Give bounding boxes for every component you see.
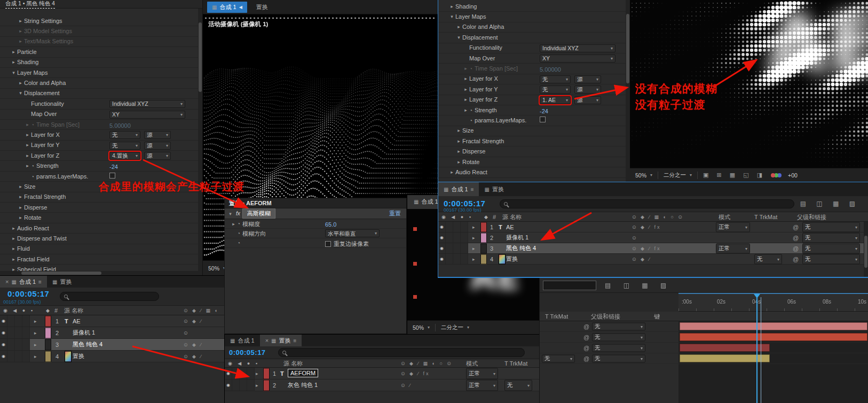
av-cell[interactable] <box>240 368 247 379</box>
parent-pickwhip-icon[interactable]: @ <box>793 232 799 243</box>
twirl-icon[interactable]: ▾ <box>17 88 24 98</box>
layer-duration-bar[interactable] <box>680 322 867 330</box>
layer-switches[interactable]: ⊙ ◆ ∕ <box>184 315 203 327</box>
av-cell[interactable] <box>22 327 30 338</box>
av-cell[interactable] <box>461 232 468 243</box>
tab-composition-1[interactable]: ▦ 合成 1 ≡ <box>438 182 479 196</box>
effect-property-row[interactable]: ▸String Settings <box>0 16 202 26</box>
parent-pickwhip-icon[interactable]: @ <box>793 222 799 232</box>
twirl-icon[interactable]: ▸ <box>17 203 24 213</box>
twirl-icon[interactable]: ▸ <box>472 254 475 264</box>
scrollbar-thumb[interactable] <box>21 272 101 275</box>
mode-column-header[interactable]: 模式 <box>466 359 478 368</box>
stopwatch-icon[interactable]: ◔ <box>469 115 472 126</box>
layer-switches[interactable]: ⊙ ◆ ∕ <box>184 351 203 362</box>
dropdown[interactable]: 无▾ <box>802 222 860 232</box>
effect-property-row[interactable]: ▸Fractal Field <box>0 254 202 265</box>
twirl-icon[interactable]: ▸ <box>455 146 462 157</box>
checkbox[interactable] <box>540 117 546 122</box>
twirl-icon[interactable]: ▸ <box>256 379 258 391</box>
av-cell[interactable] <box>461 243 468 253</box>
av-cell[interactable] <box>15 315 22 327</box>
av-cell[interactable] <box>461 222 468 232</box>
twirl-icon[interactable]: ▸ <box>462 74 469 84</box>
effect-property-row[interactable]: ▸Color and Alpha <box>0 78 202 88</box>
menu-icon[interactable]: ≡ <box>38 279 42 285</box>
timeline-toolbar-icons[interactable]: ▤ ◫ ▦ ▨ <box>800 200 859 207</box>
eye-icon[interactable]: ◉ <box>0 351 7 362</box>
tab-composition-1[interactable]: ▦ 合成 1 <box>225 335 260 346</box>
effect-controls-tab[interactable]: 合成 1 • 黑色 纯色 4 <box>0 0 202 9</box>
dropdown[interactable]: 源▾ <box>574 96 601 104</box>
vertical-scrollbar[interactable] <box>626 0 630 182</box>
stopwatch-icon[interactable]: ◔ <box>237 229 240 238</box>
twirl-icon[interactable]: ▸ <box>10 223 17 234</box>
dropdown[interactable]: 正常▾ <box>466 368 498 379</box>
layer-switches[interactable]: ⊙ ∕ <box>401 379 412 391</box>
effect-property-row[interactable]: ▸Rotate <box>438 157 630 167</box>
dropdown[interactable]: 无▾ <box>754 254 782 264</box>
twirl-icon[interactable]: ▸ <box>24 161 31 171</box>
repeat-edge-checkbox[interactable] <box>325 241 331 247</box>
effect-property-row[interactable]: ▸Layer for Y无▾源▾ <box>0 141 202 151</box>
twirl-icon[interactable]: ▸ <box>17 16 24 26</box>
twirl-icon[interactable]: ▸ <box>24 140 31 150</box>
close-icon[interactable]: × <box>265 337 269 344</box>
stopwatch-icon[interactable]: ◔ <box>469 105 472 115</box>
dropdown[interactable]: 源▾ <box>144 152 171 160</box>
parent-pickwhip-icon[interactable]: @ <box>793 243 799 253</box>
effect-property-row[interactable]: ▸◔Time Span [Sec]5.00000 <box>0 120 202 130</box>
twirl-icon[interactable]: ▸ <box>10 57 17 67</box>
dropdown[interactable]: 无▾ <box>540 86 571 94</box>
effect-property-row[interactable]: ▸◔Strength-24 <box>438 105 630 115</box>
property-value[interactable]: -24 <box>540 106 548 117</box>
twirl-icon[interactable]: ▸ <box>472 232 475 243</box>
av-cell[interactable] <box>15 351 22 362</box>
av-cell[interactable] <box>7 315 15 327</box>
twirl-icon[interactable]: ▸ <box>448 167 455 177</box>
av-cell[interactable] <box>7 327 15 338</box>
scrollbar-thumb[interactable] <box>199 22 202 92</box>
layer-row[interactable]: ◉▸3黑色 纯色 4⊙ ◆ ∕ <box>0 339 224 351</box>
dropdown[interactable]: 无▾ <box>592 344 645 352</box>
av-cell[interactable] <box>22 351 30 362</box>
av-cell[interactable] <box>453 254 461 264</box>
twirl-icon[interactable]: ▸ <box>455 22 462 32</box>
stopwatch-icon[interactable]: ◔ <box>31 120 34 130</box>
av-cell[interactable] <box>453 243 461 253</box>
source-name-column-header[interactable]: 源 名称 <box>283 359 303 368</box>
current-time-display[interactable]: 0:00:05:17 <box>229 348 266 356</box>
dropdown[interactable]: 4.置换▾ <box>109 152 140 160</box>
av-cell[interactable] <box>15 327 22 338</box>
stopwatch-icon[interactable]: ◔ <box>237 219 240 229</box>
dropdown[interactable]: 无▾ <box>109 142 140 150</box>
twirl-icon[interactable]: ▸ <box>34 351 37 362</box>
effect-property-row[interactable]: Map OverXY▾ <box>438 53 630 64</box>
layer-name[interactable]: 摄像机 1 <box>73 327 95 338</box>
layer-name[interactable]: 摄像机 1 <box>506 232 528 243</box>
effect-property-row[interactable]: ▸3D Model Settings <box>0 26 202 36</box>
effect-property-row[interactable]: ▸Layer for Z4.置换▾源▾ <box>0 151 202 161</box>
twirl-icon[interactable]: ▸ <box>34 339 37 350</box>
twirl-icon[interactable]: ▸ <box>462 105 469 115</box>
effect-property-row[interactable]: ▸Layer for Z1. AE▾源▾ <box>438 95 630 105</box>
twirl-icon[interactable]: ▸ <box>472 222 475 232</box>
layer-color-swatch[interactable] <box>480 254 487 264</box>
close-icon[interactable]: × <box>5 278 9 285</box>
effect-property-row[interactable]: ▸Disperse <box>438 146 630 157</box>
twirl-icon[interactable]: ▸ <box>462 64 469 74</box>
dropdown[interactable]: 无▾ <box>592 354 645 362</box>
menu-icon[interactable]: ≡ <box>294 338 297 344</box>
trkmat-column-header[interactable]: T TrkMat <box>545 312 568 321</box>
layer-row[interactable]: ◉▸2摄像机 1⊙ <box>0 327 224 339</box>
magnification-select[interactable]: 50% ▾ <box>635 172 652 179</box>
effect-property-row[interactable]: Map OverXY▾ <box>0 110 202 120</box>
layer-row-right[interactable]: @无▾ <box>540 343 868 353</box>
effect-property-row[interactable]: ▸Disperse <box>0 203 202 213</box>
twirl-icon[interactable]: ▸ <box>10 254 17 265</box>
dropdown[interactable]: Individual XYZ▾ <box>540 44 616 52</box>
twirl-icon[interactable]: ▾ <box>455 33 462 43</box>
twirl-icon[interactable]: ▸ <box>24 151 31 161</box>
effect-controls-header[interactable]: 置换 • AEFORM <box>225 198 406 208</box>
horizontal-scrollbar[interactable] <box>0 271 198 275</box>
